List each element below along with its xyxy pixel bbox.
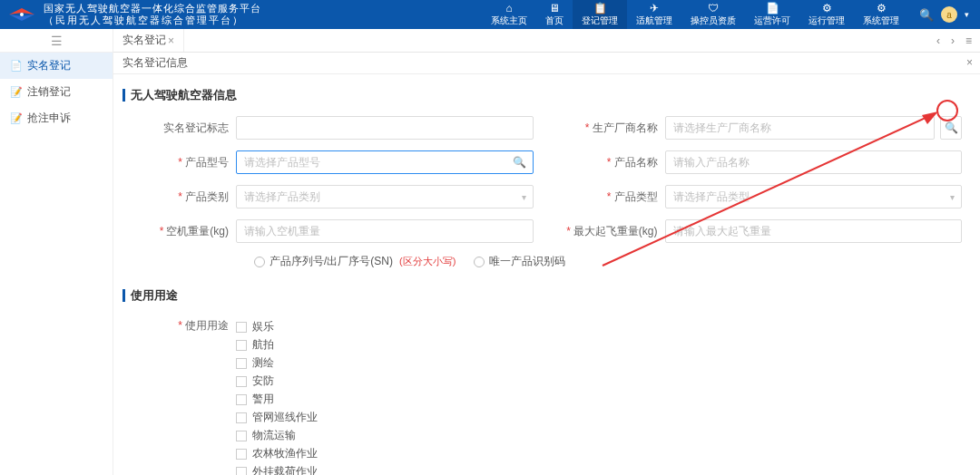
input-max-takeoff-weight[interactable] bbox=[665, 219, 963, 243]
section-usage: 使用用途 bbox=[122, 287, 971, 304]
sidebar-item-label: 实名登记 bbox=[27, 58, 71, 73]
nav-icon: ✈ bbox=[650, 3, 659, 14]
doc-icon: 📄 bbox=[11, 61, 22, 72]
row-usage: 使用用途 娱乐航拍测绘安防警用管网巡线作业物流运输农林牧渔作业外挂载荷作业降水融… bbox=[132, 316, 534, 475]
tab-realname-reg[interactable]: 实名登记× bbox=[113, 29, 184, 52]
platform-title-line1: 国家无人驾驶航空器一体化综合监管服务平台 bbox=[44, 3, 261, 15]
nav-item-4[interactable]: 🛡操控员资质 bbox=[681, 0, 745, 29]
usage-label: 物流运输 bbox=[252, 428, 296, 443]
tab-prev[interactable]: ‹ bbox=[934, 34, 943, 47]
nav-icon: 📄 bbox=[766, 3, 779, 14]
label-reg-mark: 实名登记标志 bbox=[132, 121, 236, 136]
search-icon[interactable]: 🔍 bbox=[513, 156, 526, 169]
radio-row-id-type: 产品序列号/出厂序号(SN)(区分大小写) 唯一产品识别码 bbox=[254, 254, 962, 269]
nav-label: 适航管理 bbox=[636, 15, 672, 27]
label-empty-weight: 空机重量(kg) bbox=[132, 224, 236, 239]
select-prod-type[interactable] bbox=[665, 185, 963, 208]
input-empty-weight[interactable] bbox=[236, 219, 534, 243]
search-icon[interactable]: 🔍 bbox=[919, 8, 934, 22]
nav-item-1[interactable]: 🖥首页 bbox=[536, 0, 573, 29]
usage-label: 测绘 bbox=[252, 355, 274, 371]
label-max-takeoff-weight: 最大起飞重量(kg) bbox=[561, 224, 665, 239]
sidebar-item-0[interactable]: 📄实名登记 bbox=[0, 53, 113, 79]
section-aircraft-info: 无人驾驶航空器信息 bbox=[122, 87, 971, 103]
nav-item-5[interactable]: 📄运营许可 bbox=[745, 0, 799, 29]
nav-icon: ⚙ bbox=[822, 3, 832, 14]
nav-icon: 📋 bbox=[593, 3, 607, 14]
checkbox-icon bbox=[236, 431, 247, 441]
nav-item-0[interactable]: ⌂系统主页 bbox=[482, 0, 536, 29]
platform-title: 国家无人驾驶航空器一体化综合监管服务平台 （民用无人驾驶航空器综合管理平台） bbox=[44, 3, 261, 26]
main: 实名登记信息 × 无人驾驶航空器信息 实名登记标志 生产厂商名称 🔍 产品型号 … bbox=[113, 53, 980, 475]
usage-checkbox-3[interactable]: 安防 bbox=[236, 373, 534, 389]
sidebar-toggle[interactable]: ☰ bbox=[0, 29, 113, 53]
row-manufacturer: 生产厂商名称 🔍 bbox=[561, 116, 963, 140]
nav-label: 首页 bbox=[545, 15, 564, 27]
close-icon[interactable]: × bbox=[966, 56, 973, 69]
logo-area: 国家无人驾驶航空器一体化综合监管服务平台 （民用无人驾驶航空器综合管理平台） bbox=[0, 3, 269, 26]
row-prod-type: 产品类型 ▾ bbox=[561, 185, 963, 208]
nav-label: 登记管理 bbox=[582, 15, 618, 27]
nav-item-7[interactable]: ⚙系统管理 bbox=[854, 0, 908, 29]
platform-title-line2: （民用无人驾驶航空器综合管理平台） bbox=[44, 15, 261, 26]
nav-tail: 🔍 a ▾ bbox=[908, 6, 980, 23]
input-model[interactable] bbox=[236, 150, 534, 174]
nav-item-6[interactable]: ⚙运行管理 bbox=[799, 0, 854, 29]
row-max-takeoff-weight: 最大起飞重量(kg) bbox=[561, 219, 963, 243]
usage-label: 外挂载荷作业 bbox=[252, 464, 318, 475]
nav-item-2[interactable]: 📋登记管理 bbox=[573, 0, 627, 29]
usage-checkbox-6[interactable]: 物流运输 bbox=[236, 428, 534, 443]
nav-label: 系统管理 bbox=[863, 15, 899, 27]
input-prod-name[interactable] bbox=[665, 150, 963, 174]
chevron-down-icon[interactable]: ▾ bbox=[965, 10, 969, 19]
label-prod-name: 产品名称 bbox=[561, 155, 665, 170]
sidebar: ☰ 📄实名登记📝注销登记📝抢注申诉 bbox=[0, 29, 113, 475]
checkbox-icon bbox=[236, 358, 247, 369]
close-icon[interactable]: × bbox=[168, 34, 174, 47]
usage-checkbox-4[interactable]: 警用 bbox=[236, 392, 534, 407]
input-manufacturer[interactable] bbox=[665, 116, 936, 140]
tab-label: 实名登记 bbox=[122, 33, 166, 48]
top-nav: 国家无人驾驶航空器一体化综合监管服务平台 （民用无人驾驶航空器综合管理平台） ⌂… bbox=[0, 0, 980, 29]
svg-point-0 bbox=[20, 13, 24, 16]
nav-item-3[interactable]: ✈适航管理 bbox=[627, 0, 681, 29]
case-sensitive-hint: (区分大小写) bbox=[399, 255, 456, 268]
checkbox-icon bbox=[236, 394, 247, 405]
radio-uid-label: 唯一产品识别码 bbox=[489, 254, 565, 269]
nav-label: 系统主页 bbox=[491, 15, 527, 27]
checkbox-icon bbox=[236, 322, 247, 333]
usage-label: 娱乐 bbox=[252, 319, 274, 334]
usage-checkbox-1[interactable]: 航拍 bbox=[236, 337, 534, 353]
sidebar-item-1[interactable]: 📝注销登记 bbox=[0, 79, 113, 105]
nav-icon: 🛡 bbox=[708, 3, 719, 14]
usage-label: 安防 bbox=[252, 373, 274, 389]
label-manufacturer: 生产厂商名称 bbox=[561, 121, 665, 136]
tab-next[interactable]: › bbox=[948, 34, 957, 47]
input-reg-mark[interactable] bbox=[236, 116, 534, 140]
checkbox-icon bbox=[236, 412, 247, 423]
panel-title: 实名登记信息 bbox=[122, 55, 188, 71]
usage-checkbox-7[interactable]: 农林牧渔作业 bbox=[236, 446, 534, 461]
sidebar-item-2[interactable]: 📝抢注申诉 bbox=[0, 105, 113, 131]
radio-uid[interactable]: 唯一产品识别码 bbox=[474, 254, 565, 269]
radio-sn-label: 产品序列号/出厂序号(SN) bbox=[270, 254, 393, 269]
manufacturer-lookup-button[interactable]: 🔍 bbox=[940, 116, 962, 140]
usage-checkbox-5[interactable]: 管网巡线作业 bbox=[236, 410, 534, 425]
usage-checkbox-0[interactable]: 娱乐 bbox=[236, 319, 534, 334]
label-usage: 使用用途 bbox=[132, 316, 236, 334]
tab-menu[interactable]: ≡ bbox=[963, 34, 975, 47]
row-prod-name: 产品名称 bbox=[561, 150, 963, 174]
panel-title-bar: 实名登记信息 × bbox=[113, 53, 980, 74]
select-prod-category[interactable] bbox=[236, 185, 534, 208]
usage-list: 娱乐航拍测绘安防警用管网巡线作业物流运输农林牧渔作业外挂载荷作业降水融雪作业应急… bbox=[236, 316, 534, 475]
checkbox-icon bbox=[236, 449, 247, 460]
radio-sn[interactable]: 产品序列号/出厂序号(SN)(区分大小写) bbox=[254, 254, 456, 269]
avatar[interactable]: a bbox=[941, 6, 957, 23]
usage-checkbox-8[interactable]: 外挂载荷作业 bbox=[236, 464, 534, 475]
label-prod-category: 产品类别 bbox=[132, 189, 236, 205]
nav-menu: ⌂系统主页🖥首页📋登记管理✈适航管理🛡操控员资质📄运营许可⚙运行管理⚙系统管理 bbox=[482, 0, 908, 29]
sidebar-item-label: 抢注申诉 bbox=[27, 111, 71, 126]
usage-checkbox-2[interactable]: 测绘 bbox=[236, 355, 534, 371]
tabstrip: 实名登记× ‹ › ≡ bbox=[113, 29, 980, 53]
usage-label: 警用 bbox=[252, 392, 274, 407]
